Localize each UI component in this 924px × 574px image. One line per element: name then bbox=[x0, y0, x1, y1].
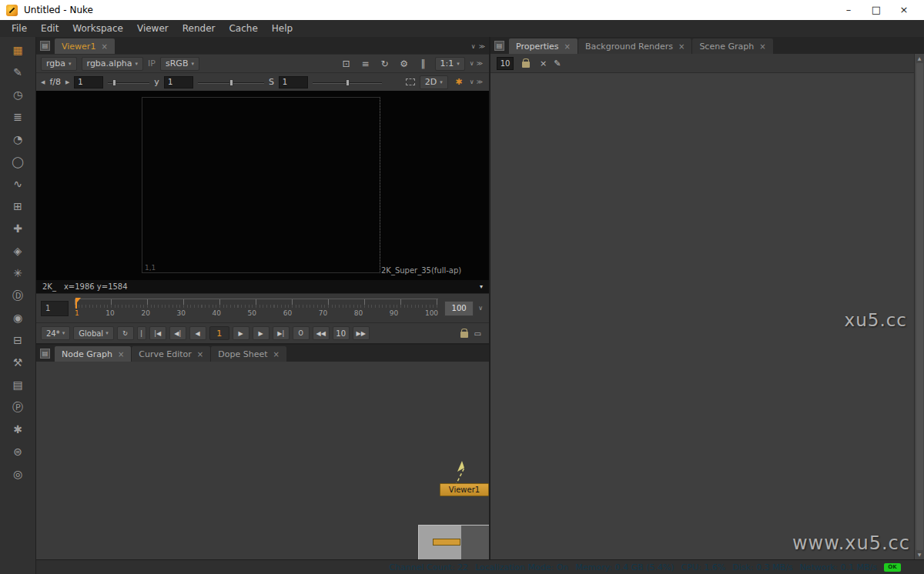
prev-keyframe-button[interactable]: ◀| bbox=[169, 326, 186, 340]
saturation-slider[interactable] bbox=[313, 76, 382, 88]
close-icon[interactable]: × bbox=[273, 350, 280, 359]
slider-handle[interactable] bbox=[229, 79, 233, 86]
menu-help[interactable]: Help bbox=[265, 20, 300, 37]
current-frame-input[interactable]: 1 bbox=[209, 326, 229, 340]
viewer1-node[interactable]: Viewer1 bbox=[440, 483, 489, 496]
pane-menu-icon[interactable]: ▤ bbox=[494, 41, 504, 51]
close-icon[interactable]: × bbox=[678, 42, 685, 51]
lock-icon[interactable] bbox=[522, 62, 530, 68]
node-graph-minimap[interactable] bbox=[418, 525, 489, 559]
3d-icon[interactable]: ◈ bbox=[10, 243, 25, 259]
range-end-input[interactable]: 100 bbox=[444, 301, 474, 316]
tab-scene-graph[interactable]: Scene Graph × bbox=[692, 38, 772, 54]
chevron-more-icon[interactable]: ≫ bbox=[477, 60, 483, 67]
gain-slider[interactable] bbox=[108, 76, 149, 88]
close-icon[interactable]: × bbox=[564, 42, 571, 51]
chevron-down-icon[interactable]: ∨ bbox=[471, 43, 476, 50]
refresh-icon[interactable]: ↻ bbox=[378, 58, 392, 69]
scroll-down-icon[interactable]: ▼ bbox=[918, 552, 922, 558]
toolsets-icon[interactable]: ⚒ bbox=[10, 355, 25, 370]
tab-node-graph[interactable]: Node Graph × bbox=[55, 346, 131, 362]
proxy-toggle-icon[interactable]: ✱ bbox=[453, 77, 465, 87]
viewer-canvas[interactable]: 1,1 2K_Super_35(full-ap) bbox=[36, 91, 489, 280]
slider-handle[interactable] bbox=[346, 79, 350, 86]
merge-icon[interactable]: ⊞ bbox=[10, 199, 25, 214]
range-toggle-button[interactable]: O bbox=[293, 326, 310, 340]
close-icon[interactable]: × bbox=[197, 350, 203, 359]
deep-icon[interactable]: Ⓓ bbox=[10, 288, 25, 303]
gain-input[interactable]: 1 bbox=[74, 76, 103, 88]
views-icon[interactable]: ◉ bbox=[10, 310, 25, 325]
tab-dope-sheet[interactable]: Dope Sheet × bbox=[211, 346, 286, 362]
saturation-input[interactable]: 1 bbox=[279, 76, 308, 88]
plugins-icon[interactable]: Ⓟ bbox=[10, 399, 25, 415]
keyer-icon[interactable]: ∿ bbox=[10, 176, 25, 192]
properties-scrollbar[interactable]: ▲ ▼ bbox=[914, 54, 924, 559]
maximize-button[interactable]: □ bbox=[862, 0, 890, 20]
close-icon[interactable]: × bbox=[759, 42, 765, 51]
step-forward-button[interactable]: ▶ bbox=[253, 326, 270, 340]
input-process-toggle[interactable]: IP bbox=[148, 58, 156, 68]
render-icon[interactable]: ✳ bbox=[10, 265, 25, 281]
layer-select[interactable]: rgba.alpha ▾ bbox=[82, 57, 144, 71]
particles-icon[interactable]: ✱ bbox=[10, 422, 25, 437]
goto-start-button[interactable]: |◀ bbox=[149, 326, 166, 340]
range-start-input[interactable]: 1 bbox=[41, 301, 69, 316]
close-icon[interactable]: × bbox=[118, 350, 124, 359]
minimize-button[interactable]: – bbox=[835, 0, 862, 20]
color-icon[interactable]: ◔ bbox=[10, 132, 25, 147]
menu-workspace[interactable]: Workspace bbox=[65, 20, 130, 37]
colorspace-select[interactable]: sRGB ▾ bbox=[160, 57, 199, 71]
chevron-down-icon[interactable]: ▾ bbox=[480, 283, 483, 290]
fstop-button[interactable]: f/8 bbox=[49, 77, 61, 87]
gamma-input[interactable]: 1 bbox=[164, 76, 193, 88]
playhead[interactable] bbox=[75, 298, 77, 309]
menu-edit[interactable]: Edit bbox=[34, 20, 65, 37]
play-button[interactable]: ▶ bbox=[233, 326, 249, 340]
channel-icon[interactable]: ≣ bbox=[10, 109, 25, 125]
pane-menu-icon[interactable]: ▤ bbox=[40, 41, 50, 51]
gamma-slider[interactable] bbox=[198, 76, 264, 88]
pause-icon[interactable]: ‖ bbox=[417, 58, 430, 69]
other-icon[interactable]: ▤ bbox=[10, 377, 25, 392]
frame-marker-button[interactable]: | bbox=[137, 326, 146, 340]
display-icon[interactable]: ⊡ bbox=[340, 58, 353, 69]
slider-handle[interactable] bbox=[112, 79, 116, 86]
menu-cache[interactable]: Cache bbox=[222, 20, 264, 37]
range-mode-select[interactable]: Global ▾ bbox=[73, 326, 113, 340]
frame-increment-input[interactable]: 10 bbox=[333, 326, 350, 340]
close-all-panels-icon[interactable]: × bbox=[540, 58, 547, 68]
jump-back-button[interactable]: ◀◀ bbox=[313, 326, 330, 340]
chevron-more-icon[interactable]: ≫ bbox=[479, 43, 485, 50]
list-icon[interactable]: ≡ bbox=[359, 58, 373, 69]
timeline-ruler[interactable]: 1102030405060708090100 bbox=[73, 297, 440, 320]
tab-curve-editor[interactable]: Curve Editor × bbox=[132, 346, 210, 362]
tab-viewer1[interactable]: Viewer1 × bbox=[55, 38, 115, 54]
scrollbar-thumb[interactable] bbox=[916, 63, 923, 550]
roi-icon[interactable] bbox=[406, 78, 415, 85]
fps-select[interactable]: 24* ▾ bbox=[41, 326, 70, 340]
chevron-down-icon[interactable]: ∨ bbox=[470, 60, 474, 67]
draw-icon[interactable]: ✎ bbox=[10, 65, 25, 80]
next-arrow-icon[interactable]: ▶ bbox=[65, 79, 69, 85]
metadata-icon[interactable]: ⊟ bbox=[10, 332, 25, 348]
chevron-down-icon[interactable]: ∨ bbox=[478, 305, 483, 312]
next-keyframe-button[interactable]: ▶| bbox=[273, 326, 290, 340]
jump-forward-button[interactable]: ▶▶ bbox=[353, 326, 370, 340]
lock-icon[interactable] bbox=[460, 332, 468, 338]
scroll-up-icon[interactable]: ▲ bbox=[918, 55, 922, 62]
ocio-icon[interactable]: ◎ bbox=[10, 466, 25, 482]
menu-file[interactable]: File bbox=[5, 20, 34, 37]
menu-render[interactable]: Render bbox=[176, 20, 223, 37]
menu-viewer[interactable]: Viewer bbox=[130, 20, 176, 37]
edit-icon[interactable]: ✎ bbox=[554, 58, 561, 68]
prev-arrow-icon[interactable]: ◀ bbox=[41, 79, 45, 85]
flipbook-icon[interactable]: ▭ bbox=[474, 329, 484, 338]
step-back-button[interactable]: ◀ bbox=[189, 326, 206, 340]
tab-background-renders[interactable]: Background Renders × bbox=[578, 38, 691, 54]
max-panels-input[interactable]: 10 bbox=[497, 57, 514, 70]
image-icon[interactable]: ▦ bbox=[10, 42, 25, 58]
chevron-down-icon[interactable]: ∨ bbox=[470, 78, 474, 85]
node-graph-canvas[interactable]: Viewer1 bbox=[36, 362, 489, 559]
furnace-icon[interactable]: ⊜ bbox=[10, 444, 25, 459]
